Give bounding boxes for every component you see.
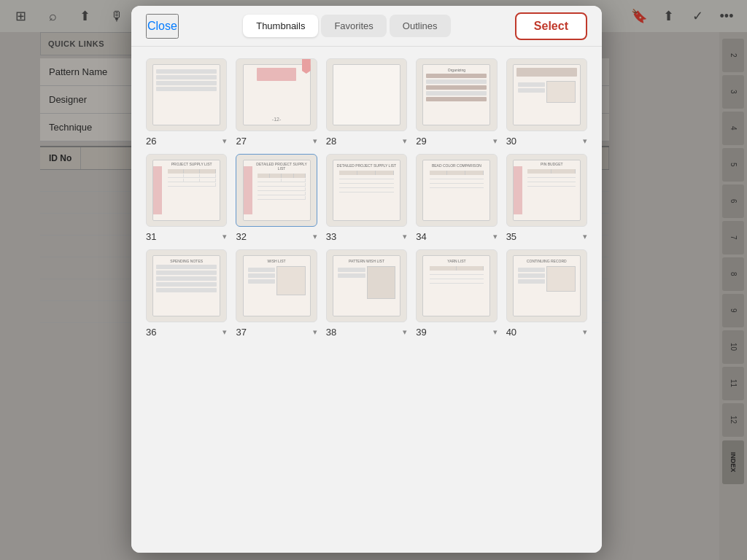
mockup-table-cell (258, 196, 306, 199)
modal-content[interactable]: 26 ▾ -12- 27 ▾ (131, 47, 602, 553)
thumbnail-item-39[interactable]: YARN LIST 39 ▾ (416, 249, 497, 339)
mockup-table-header (339, 171, 394, 175)
chevron-down-icon-39[interactable]: ▾ (493, 327, 498, 337)
mockup-line (426, 91, 487, 96)
thumbnail-img-40[interactable]: CONTINUING RECORD (506, 249, 587, 322)
mockup-table-cell (168, 174, 184, 177)
chevron-down-icon-36[interactable]: ▾ (222, 327, 227, 337)
mockup-pink-box (257, 68, 297, 81)
mockup-table-cell (258, 187, 306, 190)
thumbnail-item-38[interactable]: PATTERN WISH LIST 38 (326, 249, 407, 339)
thumbnail-item-27[interactable]: -12- 27 ▾ (236, 58, 317, 148)
mockup-table-header (258, 174, 306, 178)
thumbnail-item-32[interactable]: DETAILED PROJECT SUPPLY LIST (236, 154, 317, 244)
chevron-down-icon-32[interactable]: ▾ (313, 232, 317, 241)
mockup-table-cell (258, 192, 306, 195)
mockup-table-cell (200, 179, 216, 182)
thumbnail-img-34[interactable]: BEAD COLOR COMPARISON (416, 154, 497, 227)
mockup-table-cell (168, 183, 216, 186)
mockup-table-row (168, 179, 216, 182)
mockup-table-cell (258, 179, 282, 182)
thumbnail-img-31[interactable]: PROJECT SUPPLY LIST (146, 154, 227, 227)
mockup-table-row (527, 183, 576, 187)
mockup-table-row (430, 184, 484, 188)
mockup-lines (514, 65, 580, 107)
tab-thumbnails[interactable]: Thumbnails (243, 15, 318, 37)
mockup-table-row (258, 179, 306, 182)
mockup-table-header (168, 169, 216, 174)
mockup-header (516, 68, 577, 77)
thumbnail-item-29[interactable]: Organizing 29 ▾ (416, 58, 497, 148)
mockup-col (270, 174, 282, 178)
thumbnail-item-34[interactable]: BEAD COLOR COMPARISON 34 ▾ (416, 154, 497, 244)
thumbnail-number-33: 33 (326, 231, 336, 242)
thumbnail-item-31[interactable]: PROJECT SUPPLY LIST 31 ▾ (146, 154, 227, 244)
mockup-line (156, 69, 217, 74)
select-button[interactable]: Select (515, 12, 587, 40)
mockup-line (156, 271, 217, 275)
close-button[interactable]: Close (146, 14, 179, 39)
thumbnail-img-26[interactable] (146, 58, 227, 131)
mockup-table-header (430, 266, 484, 271)
mockup-col (294, 174, 306, 178)
thumbnail-img-36[interactable]: SPENDING NOTES (146, 249, 227, 322)
thumbnail-img-37[interactable]: WISH LIST (236, 249, 317, 322)
mockup-table-cell (184, 174, 200, 177)
thumbnail-img-30[interactable] (506, 58, 587, 131)
thumbnail-img-35[interactable]: PIN BUDGET (506, 154, 587, 227)
page-mockup-38: PATTERN WISH LIST (333, 255, 400, 316)
mockup-col (339, 171, 357, 175)
thumbnail-number-38: 38 (326, 327, 336, 338)
thumbnail-item-28[interactable]: 28 ▾ (326, 58, 407, 148)
thumbnail-item-36[interactable]: SPENDING NOTES 36 ▾ (146, 249, 227, 339)
chevron-down-icon-35[interactable]: ▾ (583, 232, 587, 241)
chevron-down-icon-33[interactable]: ▾ (403, 232, 407, 241)
thumbnail-number-29: 29 (416, 136, 426, 147)
thumbnail-label-37: 37 ▾ (236, 325, 317, 339)
mockup-table (339, 171, 394, 192)
thumbnail-item-35[interactable]: PIN BUDGET 35 ▾ (506, 154, 587, 244)
tab-favorites[interactable]: Favorites (321, 15, 386, 37)
thumbnail-item-40[interactable]: CONTINUING RECORD (506, 249, 587, 339)
chevron-down-icon-40[interactable]: ▾ (583, 327, 587, 337)
thumbnail-item-26[interactable]: 26 ▾ (146, 58, 227, 148)
thumbnail-img-29[interactable]: Organizing (416, 58, 497, 131)
chevron-down-icon-29[interactable]: ▾ (493, 136, 498, 146)
thumbnail-img-38[interactable]: PATTERN WISH LIST (326, 249, 407, 322)
page-mockup-29: Organizing (422, 64, 490, 125)
mockup-table-row (339, 184, 394, 188)
mockup-line (248, 268, 276, 272)
chevron-down-icon-31[interactable]: ▾ (222, 232, 227, 241)
chevron-down-icon-34[interactable]: ▾ (493, 232, 498, 241)
mockup-table-row (258, 187, 306, 191)
thumbnail-img-28[interactable] (326, 58, 407, 131)
chevron-down-icon-28[interactable]: ▾ (403, 136, 407, 146)
thumbnail-label-31: 31 ▾ (146, 230, 227, 244)
thumbnail-item-37[interactable]: WISH LIST (236, 249, 317, 339)
mockup-table-cell (258, 183, 306, 186)
thumbnail-label-33: 33 ▾ (326, 230, 407, 244)
thumbnail-label-32: 32 ▾ (236, 230, 317, 244)
mockup-title: PATTERN WISH LIST (336, 259, 397, 263)
chevron-down-icon-27[interactable]: ▾ (313, 136, 317, 146)
tab-outlines[interactable]: Outlines (390, 15, 451, 37)
mockup-table-cell (184, 179, 200, 182)
mockup-table-row (258, 192, 306, 195)
chevron-down-icon-26[interactable]: ▾ (222, 136, 227, 146)
mockup-table-row (339, 189, 394, 192)
chevron-down-icon-30[interactable]: ▾ (583, 136, 587, 146)
mockup-table-row (339, 180, 394, 184)
mockup-line (338, 273, 365, 278)
thumbnail-img-27[interactable]: -12- (236, 58, 317, 131)
thumbnail-img-32[interactable]: DETAILED PROJECT SUPPLY LIST (236, 154, 317, 227)
chevron-down-icon-38[interactable]: ▾ (403, 327, 407, 337)
thumbnail-img-33[interactable]: DETAILED PROJECT SUPPLY LIST (326, 154, 407, 227)
thumbnail-item-33[interactable]: DETAILED PROJECT SUPPLY LIST 33 (326, 154, 407, 244)
chevron-down-icon-37[interactable]: ▾ (313, 327, 317, 337)
mockup-line (156, 75, 217, 79)
mockup-title: DETAILED PROJECT SUPPLY LIST (255, 162, 309, 171)
thumbnail-img-39[interactable]: YARN LIST (416, 249, 497, 322)
mockup-col (457, 266, 484, 271)
thumbnail-item-30[interactable]: 30 ▾ (506, 58, 587, 148)
mockup-table-header (430, 171, 484, 175)
